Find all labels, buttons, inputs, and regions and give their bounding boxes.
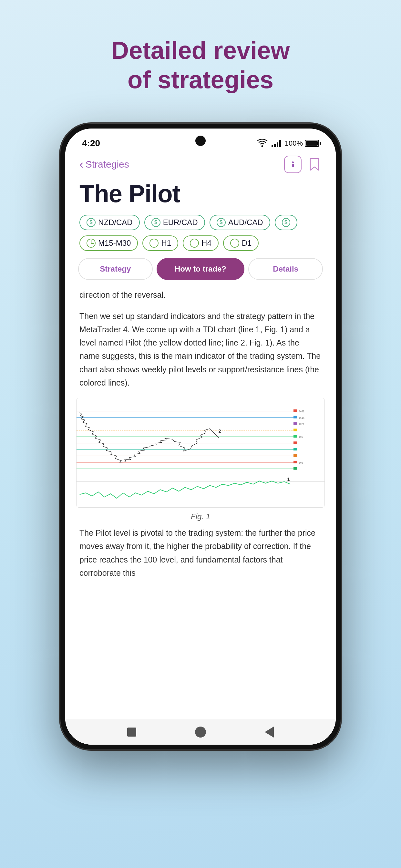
recent-button[interactable]	[124, 724, 140, 740]
svg-text:0.6: 0.6	[299, 435, 303, 438]
chart-svg: 2 1	[76, 398, 325, 507]
status-icons: 100%	[257, 139, 319, 148]
tag-label: EUR/CAD	[163, 218, 198, 227]
tag-more[interactable]: $	[275, 215, 297, 230]
phone-screen: 4:20	[65, 128, 336, 745]
back-nav-button[interactable]	[261, 724, 277, 740]
svg-rect-27	[294, 467, 297, 470]
wifi-icon	[257, 139, 268, 148]
tag-d1[interactable]: D1	[223, 236, 259, 251]
dollar-circle-icon: $	[87, 218, 96, 227]
page-title: Detailed review of strategies	[111, 35, 289, 94]
svg-rect-19	[294, 416, 297, 418]
strategy-title: The Pilot	[80, 180, 321, 208]
dollar-circle-icon: $	[282, 218, 290, 227]
back-label: Strategies	[86, 159, 129, 170]
svg-text:2: 2	[219, 429, 221, 434]
svg-rect-3	[76, 398, 325, 482]
status-bar: 4:20	[65, 128, 336, 151]
triangle-back-icon	[265, 726, 274, 738]
tab-details[interactable]: Details	[248, 258, 323, 280]
nav-action-buttons	[284, 156, 321, 173]
dollar-circle-icon: $	[217, 218, 226, 227]
tag-label: H1	[161, 239, 171, 248]
back-chevron-icon: ‹	[80, 158, 84, 170]
time-tags-row: M15-M30 H1 H4 D1	[80, 236, 321, 251]
svg-rect-20	[294, 423, 297, 425]
battery-icon: 100%	[285, 139, 319, 148]
tag-label: H4	[202, 239, 212, 248]
tab-how-to-trade[interactable]: How to trade?	[157, 258, 245, 280]
tag-m15-m30[interactable]: M15-M30	[80, 236, 138, 251]
svg-rect-24	[294, 448, 297, 451]
main-content: The Pilot $ NZD/CAD $ EUR/CAD $ AUD/CAD	[65, 178, 336, 719]
camera-notch	[195, 135, 206, 146]
svg-rect-21	[294, 429, 297, 431]
dollar-circle-icon: $	[151, 218, 160, 227]
svg-text:0.0: 0.0	[299, 461, 303, 464]
tag-eur-cad[interactable]: $ EUR/CAD	[144, 215, 205, 230]
clock-icon	[230, 239, 239, 248]
tag-label: AUD/CAD	[228, 218, 263, 227]
tag-h1[interactable]: H1	[143, 236, 178, 251]
info-icon	[288, 160, 297, 169]
tab-strategy[interactable]: Strategy	[78, 258, 153, 280]
svg-text:0.61: 0.61	[299, 410, 305, 413]
clock-icon	[150, 239, 158, 248]
tag-h4[interactable]: H4	[183, 236, 219, 251]
tabs-row: Strategy How to trade? Details	[73, 258, 328, 280]
svg-point-2	[292, 161, 294, 163]
svg-rect-22	[294, 435, 297, 438]
svg-text:1: 1	[287, 477, 290, 482]
chart-caption: Fig. 1	[80, 512, 321, 521]
svg-rect-26	[294, 461, 297, 463]
svg-rect-18	[294, 409, 297, 412]
svg-rect-23	[294, 441, 297, 444]
back-button[interactable]: ‹ Strategies	[80, 158, 129, 170]
status-time: 4:20	[82, 138, 100, 149]
svg-rect-15	[76, 482, 325, 507]
text-body: direction of the reversal. Then we set u…	[80, 288, 321, 396]
svg-text:0.21: 0.21	[299, 423, 305, 426]
para3: The Pilot level is pivotal to the tradin…	[80, 526, 321, 580]
tag-label: D1	[242, 239, 252, 248]
svg-point-0	[261, 146, 263, 147]
circle-icon	[195, 726, 206, 738]
tag-aud-cad[interactable]: $ AUD/CAD	[210, 215, 270, 230]
svg-rect-1	[292, 164, 294, 167]
square-icon	[127, 727, 136, 737]
currency-tags-row: $ NZD/CAD $ EUR/CAD $ AUD/CAD $	[80, 215, 321, 230]
bookmark-button[interactable]	[307, 156, 321, 173]
phone-device: 4:20	[60, 123, 341, 750]
info-button[interactable]	[284, 156, 302, 173]
tag-label: M15-M30	[98, 239, 131, 248]
clock-icon	[190, 239, 199, 248]
home-button[interactable]	[193, 724, 208, 740]
bottom-navigation	[65, 719, 336, 745]
tag-nzd-cad[interactable]: $ NZD/CAD	[80, 215, 140, 230]
para1: direction of the reversal.	[80, 288, 321, 302]
tag-label: NZD/CAD	[98, 218, 133, 227]
bookmark-icon	[310, 158, 319, 171]
svg-rect-25	[294, 454, 297, 457]
clock-icon	[87, 239, 96, 248]
signal-icon	[272, 140, 281, 147]
svg-text:0.44: 0.44	[299, 416, 305, 420]
chart-container: 2 1	[76, 398, 325, 507]
para2: Then we set up standard indicators and t…	[80, 310, 321, 390]
nav-bar: ‹ Strategies	[65, 151, 336, 178]
